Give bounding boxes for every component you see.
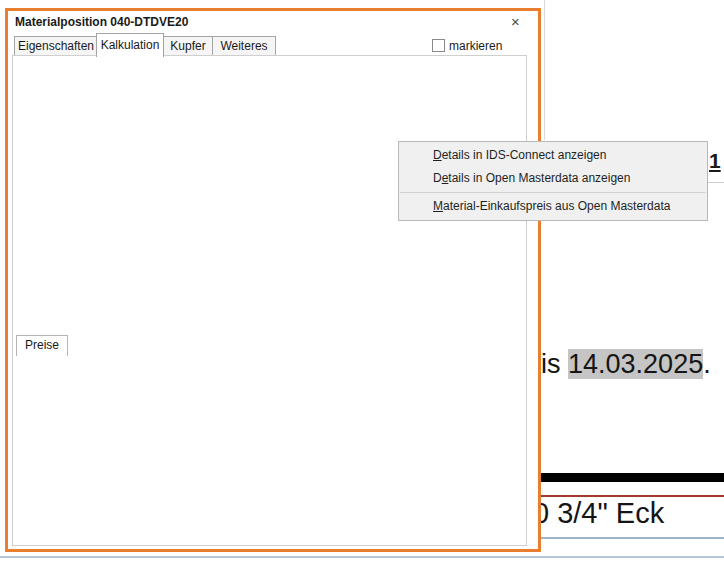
tab-weiteres[interactable]: Weiteres — [212, 36, 276, 56]
background-one-text: 1 — [709, 149, 721, 173]
menu-separator — [400, 192, 706, 193]
background-bottom-line — [0, 556, 724, 558]
dialog-title: Materialposition 040-DTDVE20 — [15, 15, 188, 29]
menu-item-open-masterdata[interactable]: Details in Open Masterdata anzeigen — [399, 167, 707, 190]
menu-item-ids-connect[interactable]: Details in IDS-Connect anzeigen — [399, 144, 707, 167]
tab-kalkulation[interactable]: Kalkulation — [96, 33, 164, 57]
tab-preise[interactable]: Preise — [16, 335, 68, 356]
screen: bis 14.03.2025. 0 3/4" Eck 1 Materialpos… — [0, 0, 724, 562]
date-highlighted: 14.03.2025 — [568, 349, 703, 379]
tab-eigenschaften[interactable]: Eigenschaften — [14, 36, 98, 56]
date-suffix: . — [703, 349, 711, 379]
context-menu: Details in IDS-Connect anzeigen Details … — [398, 141, 708, 221]
background-thick-black-line — [540, 473, 724, 482]
background-faint-line — [706, 182, 724, 183]
background-eck-text: 0 3/4" Eck — [533, 497, 664, 530]
background-date-text: bis 14.03.2025. — [526, 349, 711, 380]
menu-item-einkaufspreis[interactable]: Material-Einkaufspreis aus Open Masterda… — [399, 195, 707, 218]
close-icon[interactable]: × — [511, 13, 520, 30]
tab-kupfer[interactable]: Kupfer — [162, 36, 214, 56]
background-window-edge — [544, 0, 545, 140]
title-bar[interactable]: Materialposition 040-DTDVE20 × — [8, 11, 538, 33]
markieren-label: markieren — [449, 39, 502, 53]
tab-page-border — [12, 55, 527, 546]
markieren-checkbox[interactable] — [432, 39, 445, 52]
dialog-materialposition: Materialposition 040-DTDVE20 × Eigenscha… — [5, 8, 541, 552]
background-blue-line — [540, 537, 724, 539]
